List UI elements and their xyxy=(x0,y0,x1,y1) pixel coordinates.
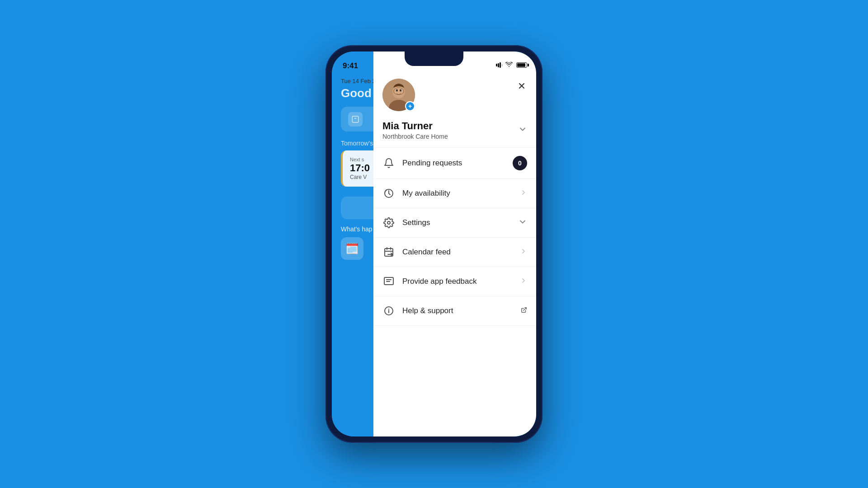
menu-item-my-availability[interactable]: My availability xyxy=(373,179,536,208)
avatar-plus-button[interactable]: + xyxy=(405,101,415,111)
menu-item-help-support[interactable]: Help & support xyxy=(373,296,536,326)
menu-list: Pending requests 0 My availability xyxy=(373,148,536,436)
user-organization: Northbrook Care Home xyxy=(382,133,448,140)
battery-icon xyxy=(516,62,527,68)
chevron-right-icon xyxy=(520,189,527,198)
chevron-down-icon xyxy=(518,125,527,136)
calendar-feed-chevron-icon xyxy=(520,248,527,257)
menu-item-settings[interactable]: Settings xyxy=(373,208,536,238)
signal-icon xyxy=(496,62,503,68)
help-support-label-wrapper: Help & support xyxy=(402,306,527,315)
settings-label: Settings xyxy=(402,218,518,227)
phone-screen: 9:41 Tue 14 Feb 2 Good A Tomorrow's Next… xyxy=(332,52,536,436)
pending-requests-label: Pending requests xyxy=(402,159,513,168)
pending-requests-badge: 0 xyxy=(513,156,527,170)
svg-point-7 xyxy=(400,89,401,92)
close-button[interactable] xyxy=(514,79,529,93)
settings-chevron-down-icon xyxy=(518,217,527,229)
svg-point-6 xyxy=(396,89,398,92)
clock-icon xyxy=(382,187,395,200)
info-circle-icon xyxy=(382,305,395,317)
svg-line-26 xyxy=(524,308,526,310)
svg-point-14 xyxy=(387,221,390,224)
user-name: Mia Turner xyxy=(382,120,448,132)
gear-icon xyxy=(382,216,395,229)
provide-feedback-chevron-icon xyxy=(520,277,527,286)
svg-rect-0 xyxy=(352,116,359,122)
user-info[interactable]: Mia Turner Northbrook Care Home xyxy=(373,120,536,148)
chat-lines-icon xyxy=(382,275,395,288)
phone-wrapper: 9:41 Tue 14 Feb 2 Good A Tomorrow's Next… xyxy=(326,45,542,443)
menu-item-provide-app-feedback[interactable]: Provide app feedback xyxy=(373,267,536,296)
external-link-icon xyxy=(521,307,527,315)
profile-header: + xyxy=(373,74,536,120)
calendar-arrow-icon xyxy=(382,246,395,258)
bell-icon xyxy=(382,157,395,169)
help-support-label: Help & support xyxy=(402,306,518,315)
notch xyxy=(405,52,463,66)
avatar-wrapper[interactable]: + xyxy=(382,79,415,111)
menu-item-pending-requests[interactable]: Pending requests 0 xyxy=(373,148,536,179)
calendar-feed-label: Calendar feed xyxy=(402,248,520,257)
bg-time: 9:41 xyxy=(343,61,358,70)
provide-app-feedback-label: Provide app feedback xyxy=(402,277,520,286)
profile-panel: + Mia Turner Northbrook Care Home xyxy=(373,52,536,436)
my-availability-label: My availability xyxy=(402,189,520,198)
svg-line-13 xyxy=(389,193,390,195)
wifi-icon xyxy=(505,61,513,69)
menu-item-calendar-feed[interactable]: Calendar feed xyxy=(373,238,536,267)
